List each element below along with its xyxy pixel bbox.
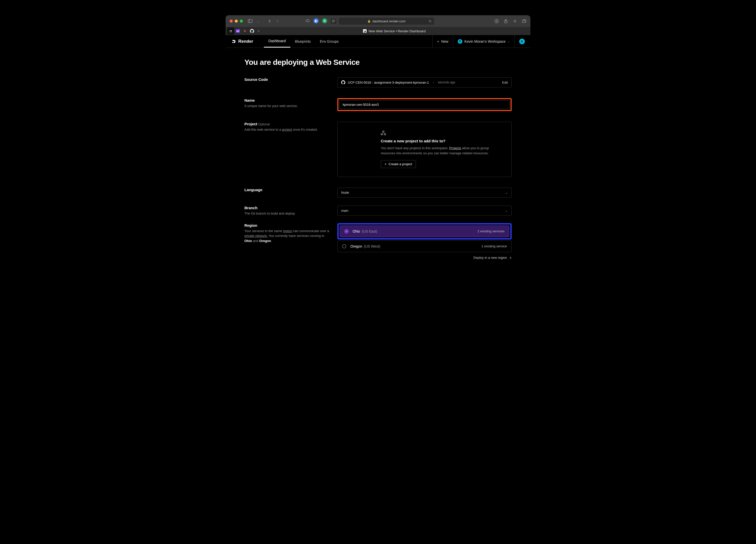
plus-icon: + xyxy=(437,39,439,43)
tab-title-text: New Web Service • Render Dashboard xyxy=(369,29,426,33)
close-window-icon[interactable] xyxy=(230,20,233,23)
region-label: Region xyxy=(244,223,330,227)
region-link[interactable]: region xyxy=(283,229,292,233)
cloud-icon[interactable] xyxy=(305,18,310,23)
project-box-desc: You don't have any projects in this work… xyxy=(381,146,503,155)
avatar-icon: K xyxy=(519,39,525,44)
svg-rect-0 xyxy=(248,20,252,23)
name-label: Name xyxy=(244,98,330,102)
plus-icon: + xyxy=(385,162,387,166)
branch-sublabel: The Git branch to build and deploy. xyxy=(244,211,330,216)
language-label: Language xyxy=(244,187,330,192)
pinned-tab-4[interactable] xyxy=(248,27,256,35)
page-content: Render Dashboard Blueprints Env Groups +… xyxy=(226,35,530,273)
name-row: Name A unique name for your web service. xyxy=(244,98,512,111)
project-link[interactable]: project xyxy=(282,128,292,131)
project-box-title: Create a new project to add this to? xyxy=(381,139,503,143)
source-path: UCF-CEN-5016/assignment-3-deployment-kpm… xyxy=(348,81,429,84)
tab-close-icon[interactable]: × xyxy=(258,29,260,33)
language-row: Language Node ⌄ xyxy=(244,187,512,197)
new-button[interactable]: + New xyxy=(432,35,453,48)
workspace-name: Kevin Moran's Workspace xyxy=(464,39,506,43)
branch-select[interactable]: main ⌄ xyxy=(337,206,512,215)
pinned-tab-1[interactable]: ◔ xyxy=(227,27,234,35)
branch-row: Branch The Git branch to build and deplo… xyxy=(244,206,512,216)
language-select[interactable]: Node ⌄ xyxy=(337,187,512,197)
private-network-link[interactable]: private network. xyxy=(244,234,268,238)
back-icon[interactable] xyxy=(267,19,272,23)
region-option-ohio[interactable]: Ohio (US East) 2 existing services xyxy=(340,225,509,237)
browser-window: ⌄ ◐ G 🔒 dashboard.render.com ↻ xyxy=(226,15,530,273)
region-option-oregon[interactable]: Oregon (US West) 1 existing service xyxy=(337,240,512,252)
language-value: Node xyxy=(341,191,349,194)
name-input[interactable] xyxy=(339,100,510,109)
branch-label: Branch xyxy=(244,206,330,210)
workspace-selector[interactable]: K Kevin Moran's Workspace ⌄ xyxy=(453,35,514,48)
nav-items: Dashboard Blueprints Env Groups xyxy=(264,35,343,48)
chevron-down-icon[interactable]: ⌄ xyxy=(256,19,261,23)
name-highlight xyxy=(337,98,512,111)
new-tab-icon[interactable] xyxy=(513,19,517,23)
source-row: Source Code UCF-CEN-5016/assignment-3-de… xyxy=(244,77,512,87)
region-row: Region Your services in the same region … xyxy=(244,223,512,260)
extension-icon-1[interactable]: ◐ xyxy=(313,18,319,23)
render-logo-icon xyxy=(232,39,236,44)
chevron-down-icon: ⌄ xyxy=(505,209,508,212)
url-text: dashboard.render.com xyxy=(372,19,405,23)
browser-titlebar: ⌄ ◐ G 🔒 dashboard.render.com ↻ xyxy=(226,15,530,27)
create-project-button[interactable]: + Create a project xyxy=(381,160,416,168)
project-placeholder-icon xyxy=(381,131,503,135)
nav-item-env-groups[interactable]: Env Groups xyxy=(315,35,343,48)
address-bar[interactable]: 🔒 dashboard.render.com ↻ xyxy=(339,18,434,25)
top-nav: Render Dashboard Blueprints Env Groups +… xyxy=(226,35,530,48)
maximize-window-icon[interactable] xyxy=(240,20,243,23)
region-sublabel: Your services in the same region can com… xyxy=(244,228,330,243)
svg-point-14 xyxy=(381,133,383,135)
window-controls xyxy=(230,20,243,23)
radio-icon xyxy=(342,244,346,248)
project-box: Create a new project to add this to? You… xyxy=(337,122,512,177)
user-avatar[interactable]: K xyxy=(514,35,526,48)
region-count: 2 existing services xyxy=(478,229,505,233)
pinned-tab-3[interactable]: ✳ xyxy=(241,27,248,35)
tabs-icon[interactable] xyxy=(522,19,526,23)
github-icon xyxy=(341,80,345,84)
pinned-tab-2[interactable]: ed xyxy=(234,27,241,35)
minimize-window-icon[interactable] xyxy=(235,20,238,23)
brand-text: Render xyxy=(238,39,253,44)
downloads-icon[interactable] xyxy=(494,19,499,23)
region-count: 1 existing service xyxy=(481,244,507,248)
workspace-badge-icon: K xyxy=(458,39,462,44)
sidebar-toggle-icon[interactable] xyxy=(248,19,253,23)
brand[interactable]: Render xyxy=(229,35,256,48)
reader-icon[interactable] xyxy=(331,18,336,24)
branch-value: main xyxy=(341,209,348,212)
render-favicon: ◪ xyxy=(363,29,367,33)
svg-point-15 xyxy=(384,133,386,135)
nav-item-dashboard[interactable]: Dashboard xyxy=(264,35,291,48)
share-icon[interactable] xyxy=(503,19,508,23)
project-row: ProjectOptional Add this web service to … xyxy=(244,122,512,177)
tab-strip: ◔ ed ✳ × ◪ New Web Service • Render Dash… xyxy=(226,27,530,35)
extension-icon-grammarly[interactable]: G xyxy=(322,18,327,23)
radio-icon xyxy=(344,229,349,233)
source-time: seconds ago xyxy=(438,81,455,84)
form-page: You are deploying a Web Service Source C… xyxy=(226,48,530,273)
chevron-down-icon: ⌄ xyxy=(508,40,510,43)
active-tab[interactable]: ◪ New Web Service • Render Dashboard xyxy=(260,29,529,33)
svg-point-12 xyxy=(232,42,233,43)
projects-link[interactable]: Projects xyxy=(449,146,461,150)
region-highlight: Ohio (US East) 2 existing services xyxy=(337,223,512,239)
nav-item-blueprints[interactable]: Blueprints xyxy=(290,35,315,48)
svg-point-13 xyxy=(383,131,384,132)
project-label: ProjectOptional xyxy=(244,122,330,126)
deploy-new-region-link[interactable]: Deploy in a new region + xyxy=(337,256,512,260)
forward-icon[interactable] xyxy=(275,19,280,23)
source-label: Source Code xyxy=(244,77,330,82)
plus-icon: + xyxy=(510,256,512,260)
source-box: UCF-CEN-5016/assignment-3-deployment-kpm… xyxy=(337,77,512,87)
lock-icon: 🔒 xyxy=(367,20,371,23)
refresh-icon[interactable]: ↻ xyxy=(429,19,432,23)
page-title: You are deploying a Web Service xyxy=(244,58,512,67)
edit-source-link[interactable]: Edit xyxy=(502,81,508,84)
